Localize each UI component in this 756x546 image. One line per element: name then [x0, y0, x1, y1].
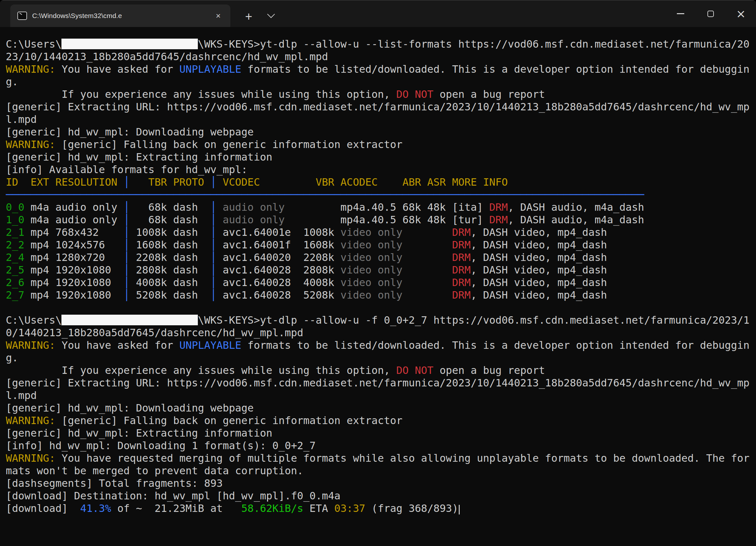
- terminal-line: ────────────────────────────────────────…: [6, 189, 750, 201]
- terminal-text: C:\Users\: [6, 38, 61, 50]
- terminal-line: WARNING: [generic] Falling back on gener…: [6, 138, 750, 151]
- terminal-line: WARNING: You have asked for UNPLAYABLE f…: [6, 63, 750, 76]
- terminal-text: UNPLAYABLE: [179, 63, 241, 75]
- terminal-text: 2_4: [6, 251, 24, 264]
- terminal-text: , DASH video, mp4_dash: [471, 239, 607, 251]
- terminal-text: [402, 276, 452, 289]
- terminal-text: , DASH video, mp4_dash: [471, 264, 607, 276]
- terminal-text: DRM: [452, 251, 471, 264]
- terminal-line: 23/10/1440213_18b280a5dd7645/dashrcenc/h…: [6, 51, 750, 63]
- terminal-line: [download] 41.3% of ~ 21.23MiB at 58.62K…: [6, 502, 750, 515]
- terminal-line: C:\Users\\WKS-KEYS>yt-dlp --allow-u -f 0…: [6, 314, 750, 327]
- terminal-text: video only: [340, 226, 402, 238]
- terminal-line: 0_0 m4a audio only │ 68k dash │ audio on…: [6, 201, 750, 214]
- terminal-text: video only: [340, 276, 402, 289]
- terminal-line: WARNING: [generic] Falling back on gener…: [6, 414, 750, 427]
- terminal-text: , DASH video, mp4_dash: [471, 289, 607, 301]
- terminal-text: mp4 768x432: [24, 226, 124, 238]
- redacted-username: [61, 39, 198, 49]
- terminal-line: WARNING: You have requested merging of m…: [6, 452, 750, 465]
- terminal-text: mp4 1920x1080: [24, 264, 124, 276]
- terminal-text: (frag 368/893): [365, 502, 458, 514]
- terminal-text: 23/10/1440213_18b280a5dd7645/dashrcenc/h…: [6, 51, 328, 63]
- close-button[interactable]: ×: [726, 0, 756, 27]
- terminal-line: If you experience any issues while using…: [6, 364, 750, 377]
- terminal-text: [generic] Extracting URL: https://vod06.…: [6, 101, 750, 113]
- terminal-text: 2_6: [6, 276, 24, 289]
- terminal-text: │: [210, 176, 217, 188]
- terminal-text: video only: [340, 251, 402, 264]
- terminal-line: 2_6 mp4 1920x1080 │ 4008k dash │ avc1.64…: [6, 276, 750, 289]
- cmd-icon: [17, 12, 27, 20]
- terminal-text: │: [124, 176, 130, 188]
- terminal-output[interactable]: C:\Users\\WKS-KEYS>yt-dlp --allow-u --li…: [0, 27, 756, 546]
- terminal-text: 68k dash: [130, 201, 210, 213]
- terminal-text: [402, 226, 452, 238]
- maximize-button[interactable]: [696, 0, 726, 27]
- terminal-line: 2_2 mp4 1024x576 │ 1608k dash │ avc1.640…: [6, 239, 750, 251]
- terminal-text: WARNING:: [6, 138, 55, 151]
- terminal-text: │: [210, 251, 217, 264]
- terminal-text: [402, 289, 452, 301]
- terminal-text: WARNING:: [6, 339, 55, 351]
- terminal-text: mp4a.40.5 68k 48k [ita]: [285, 201, 489, 213]
- terminal-text: If you experience any issues while using…: [6, 364, 396, 376]
- terminal-text: UNPLAYABLE: [179, 339, 241, 351]
- terminal-text: │: [124, 251, 130, 264]
- terminal-text: m4a audio only: [24, 201, 124, 213]
- terminal-text: 2208k dash: [130, 251, 210, 264]
- new-tab-button[interactable]: +: [242, 10, 255, 23]
- close-icon: ×: [736, 8, 746, 20]
- terminal-line: g.: [6, 352, 750, 364]
- terminal-text: DRM: [489, 201, 508, 213]
- terminal-text: avc1.64001e 1008k: [217, 226, 340, 238]
- minimize-button[interactable]: [665, 0, 696, 27]
- terminal-text: You have requested merging of multiple f…: [55, 452, 750, 464]
- terminal-text: DRM: [489, 214, 508, 226]
- terminal-text: avc1.64001f 1608k: [217, 239, 340, 251]
- terminal-text: WARNING:: [6, 414, 55, 427]
- terminal-text: [217, 214, 223, 226]
- terminal-text: │: [124, 226, 130, 238]
- terminal-text: l.mpd: [6, 113, 37, 125]
- terminal-text: [402, 239, 452, 251]
- terminal-text: 5208k dash: [130, 289, 210, 301]
- terminal-text: , DASH video, mp4_dash: [471, 251, 607, 264]
- terminal-line: [generic] Extracting URL: https://vod06.…: [6, 377, 750, 389]
- terminal-text: ETA: [303, 502, 334, 514]
- terminal-text: │: [210, 226, 217, 238]
- terminal-text: WARNING:: [6, 63, 55, 75]
- terminal-text: 1008k dash: [130, 226, 210, 238]
- terminal-text: 2_1: [6, 226, 24, 238]
- terminal-line: 2_5 mp4 1920x1080 │ 2808k dash │ avc1.64…: [6, 264, 750, 276]
- terminal-text: , DASH video, mp4_dash: [471, 226, 607, 238]
- terminal-text: [generic] Falling back on generic inform…: [55, 414, 402, 427]
- terminal-text: 0_0: [6, 201, 24, 213]
- tab-cmd[interactable]: C:\Windows\System32\cmd.e ×: [10, 5, 230, 27]
- terminal-line: [generic] hd_wv_mpl: Extracting informat…: [6, 427, 750, 440]
- tab-close-icon[interactable]: ×: [213, 10, 223, 21]
- terminal-text: [download] Destination: hd_wv_mpl [hd_wv…: [6, 490, 340, 502]
- terminal-text: [generic] Falling back on generic inform…: [55, 138, 402, 151]
- terminal-text: │: [210, 239, 217, 251]
- terminal-text: , DASH audio, m4a_dash: [508, 214, 644, 226]
- terminal-text: , DASH video, mp4_dash: [471, 276, 607, 289]
- terminal-line: [info] hd_wv_mpl: Downloading 1 format(s…: [6, 440, 750, 452]
- tab-dropdown-button[interactable]: [264, 8, 278, 23]
- tab-title: C:\Windows\System32\cmd.e: [32, 12, 213, 20]
- terminal-text: \WKS-KEYS>yt-dlp --allow-u -f 0_0+2_7 ht…: [198, 314, 750, 326]
- terminal-text: l.mpd: [6, 389, 37, 402]
- terminal-line: [info] Available formats for hd_wv_mpl:: [6, 163, 750, 176]
- terminal-text: mp4a.40.5 68k 48k [tur]: [285, 214, 489, 226]
- terminal-line: [6, 301, 750, 314]
- terminal-text: TBR PROTO: [130, 176, 210, 188]
- terminal-text: mp4 1024x576: [24, 239, 124, 251]
- terminal-text: C:\Users\: [6, 314, 61, 326]
- text-cursor: [459, 505, 460, 514]
- terminal-line: WARNING: You have asked for UNPLAYABLE f…: [6, 339, 750, 352]
- terminal-text: 58.62KiB/s: [235, 502, 303, 514]
- terminal-text: video only: [340, 264, 402, 276]
- terminal-text: 0/1440213_18b280a5dd7645/dashrcenc/hd_wv…: [6, 327, 303, 339]
- terminal-text: [info] Available formats for hd_wv_mpl:: [6, 163, 247, 176]
- titlebar[interactable]: C:\Windows\System32\cmd.e × + ×: [0, 0, 756, 27]
